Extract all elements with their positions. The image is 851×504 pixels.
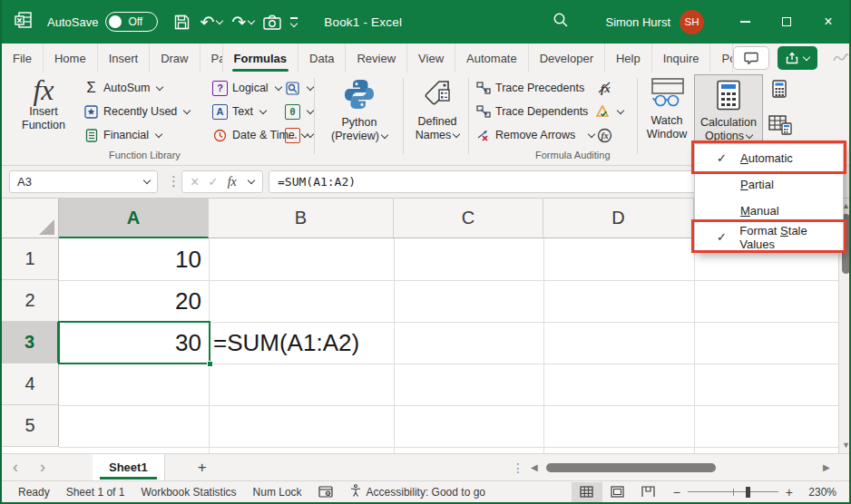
zoom-level[interactable]: 230%: [800, 486, 836, 499]
tab-page-layout[interactable]: Page Layout: [201, 44, 223, 73]
financial-button[interactable]: Financial: [83, 126, 161, 144]
sheetbar-drag-icon[interactable]: ⋮: [512, 460, 524, 475]
zoom-slider[interactable]: [688, 491, 778, 493]
remove-arrows-button[interactable]: Remove Arrows: [475, 126, 594, 144]
tab-inquire[interactable]: Inquire: [652, 44, 711, 73]
workbook-statistics-button[interactable]: Workbook Statistics: [141, 486, 236, 499]
cell-a1[interactable]: 10: [59, 238, 209, 280]
calculate-now-button[interactable]: [771, 81, 787, 99]
tab-data[interactable]: Data: [298, 44, 346, 73]
row-header-4[interactable]: 4: [2, 363, 59, 405]
close-button[interactable]: ×: [807, 0, 849, 44]
fill-handle[interactable]: [207, 361, 213, 367]
math-trig-button[interactable]: θ: [285, 102, 313, 121]
watch-window-button[interactable]: Watch Window: [642, 74, 691, 141]
horizontal-scrollbar-thumb[interactable]: [546, 463, 716, 472]
zoom-slider-thumb[interactable]: [746, 487, 750, 498]
chevron-down-icon[interactable]: [143, 177, 151, 184]
menu-item-automatic[interactable]: ✓ Automatic: [695, 145, 843, 171]
sheet-tab-sheet1[interactable]: Sheet1: [93, 454, 165, 481]
recently-used-button[interactable]: Recently Used: [83, 102, 190, 121]
tab-help[interactable]: Help: [605, 44, 652, 73]
calculation-options-label: Calculation: [700, 116, 757, 130]
calculation-options-button[interactable]: Calculation Options: [694, 74, 763, 146]
redo-button[interactable]: ↷: [229, 9, 257, 34]
more-functions-button[interactable]: …: [285, 126, 313, 144]
tab-developer[interactable]: Developer: [529, 44, 605, 73]
formula-bar-drag-icon[interactable]: ⋮: [167, 173, 181, 189]
camera-button[interactable]: [260, 9, 284, 34]
chevron-down-icon[interactable]: [248, 177, 255, 184]
defined-names-button[interactable]: Defined Names: [408, 74, 466, 142]
trace-precedents-button[interactable]: Trace Precedents: [475, 79, 584, 97]
autosum-button[interactable]: Σ AutoSum: [83, 79, 162, 97]
error-checking-button[interactable]: [595, 102, 623, 121]
sparkline-icon[interactable]: [826, 47, 851, 69]
row-header-2[interactable]: 2: [2, 280, 59, 322]
autosave-toggle[interactable]: Off: [105, 12, 158, 32]
view-page-break-button[interactable]: [633, 482, 664, 502]
gridline: [543, 238, 544, 453]
macro-record-icon[interactable]: [318, 486, 333, 498]
cell-b3[interactable]: =SUM(A1:A2): [209, 322, 394, 363]
minimize-button[interactable]: [724, 0, 766, 44]
enter-icon[interactable]: ✓: [209, 175, 219, 189]
customize-qat-button[interactable]: [288, 9, 300, 34]
excel-app-icon[interactable]: [15, 11, 33, 33]
chevron-down-icon[interactable]: [216, 16, 223, 24]
tab-review[interactable]: Review: [346, 44, 407, 73]
text-button[interactable]: A Text: [212, 102, 266, 121]
tab-view[interactable]: View: [407, 44, 455, 73]
python-preview-button[interactable]: Python (Preview): [321, 74, 397, 143]
column-header-a[interactable]: A: [59, 199, 209, 238]
tab-power-pivot[interactable]: Power Pivot: [710, 44, 733, 73]
chevron-down-icon[interactable]: [248, 16, 255, 24]
zoom-out-button[interactable]: −: [673, 485, 680, 499]
tab-formulas[interactable]: Formulas: [223, 44, 299, 73]
menu-item-manual[interactable]: Manual: [695, 198, 843, 224]
save-button[interactable]: [171, 9, 193, 34]
lookup-reference-button[interactable]: [285, 79, 313, 97]
undo-button[interactable]: ↶: [197, 9, 225, 34]
cancel-icon[interactable]: ×: [191, 174, 199, 190]
sheet-nav-right-icon[interactable]: ›: [29, 458, 56, 477]
view-normal-button[interactable]: [572, 482, 602, 502]
insert-function-button[interactable]: fx Insert Function: [11, 74, 76, 132]
hscroll-left-icon[interactable]: ◀: [531, 462, 538, 472]
row-header-3[interactable]: 3: [2, 322, 59, 363]
menu-item-partial[interactable]: Partial: [695, 171, 843, 198]
tab-automate[interactable]: Automate: [455, 44, 529, 73]
trace-dependents-button[interactable]: Trace Dependents: [475, 102, 588, 121]
tab-insert[interactable]: Insert: [98, 44, 151, 73]
scroll-down-icon[interactable]: ▼: [842, 441, 850, 450]
menu-item-format-stale-values[interactable]: ✓ Format Stale Values: [695, 224, 843, 250]
calculate-sheet-button[interactable]: [768, 117, 792, 135]
comments-button[interactable]: [733, 46, 769, 70]
logical-button[interactable]: ? Logical: [212, 79, 281, 97]
evaluate-formula-button[interactable]: fx: [597, 126, 612, 144]
share-button[interactable]: [778, 46, 817, 70]
row-header-1[interactable]: 1: [2, 238, 59, 280]
tab-file[interactable]: File: [2, 44, 44, 73]
sheet-nav-left-icon[interactable]: ‹: [2, 458, 29, 477]
tab-draw[interactable]: Draw: [150, 44, 200, 73]
show-formulas-button[interactable]: fx: [597, 79, 612, 97]
select-all-corner[interactable]: [2, 199, 59, 238]
accessibility-status[interactable]: Accessibility: Good to go: [349, 484, 485, 499]
name-box[interactable]: A3: [9, 170, 158, 193]
row-header-5[interactable]: 5: [2, 405, 59, 447]
search-icon[interactable]: [553, 12, 569, 32]
zoom-in-button[interactable]: +: [786, 485, 793, 499]
column-header-d[interactable]: D: [543, 199, 694, 238]
column-header-c[interactable]: C: [394, 199, 543, 238]
hscroll-right-icon[interactable]: ▶: [823, 462, 830, 472]
cell-a2[interactable]: 20: [59, 280, 209, 322]
insert-function-icon[interactable]: fx: [228, 175, 237, 189]
avatar[interactable]: SH: [680, 10, 704, 34]
tab-home[interactable]: Home: [44, 44, 98, 73]
add-sheet-button[interactable]: +: [198, 459, 207, 477]
user-name[interactable]: Simon Hurst: [605, 15, 670, 29]
maximize-button[interactable]: [766, 0, 807, 44]
view-page-layout-button[interactable]: [602, 482, 633, 502]
column-header-b[interactable]: B: [209, 199, 394, 238]
